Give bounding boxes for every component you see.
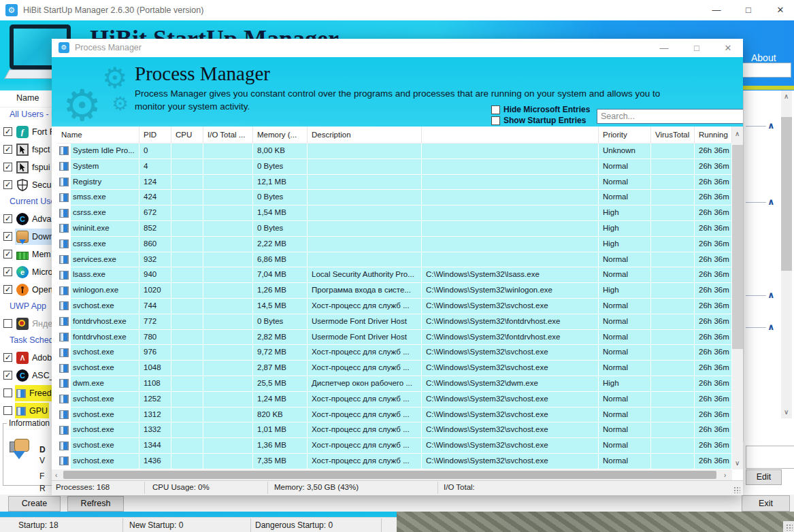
column-header-path[interactable] xyxy=(422,127,599,144)
column-header-running[interactable]: Running xyxy=(695,127,732,144)
startup-item-checkbox[interactable]: ✓ xyxy=(3,371,12,380)
column-header-name[interactable]: Name xyxy=(57,127,139,144)
screen: ⚙ HiBit StartUp Manager 2.6.30 (Portable… xyxy=(0,0,794,532)
process-row[interactable]: lsass.exe9407,04 MBLocal Security Author… xyxy=(57,267,732,283)
process-priority: High xyxy=(599,221,651,237)
collapse-chevron-icon[interactable]: ∧ xyxy=(767,120,775,131)
menu-about[interactable]: About xyxy=(751,52,776,63)
show-startup-checkbox[interactable] xyxy=(491,116,500,125)
hide-microsoft-checkbox[interactable] xyxy=(491,105,500,114)
process-row[interactable]: smss.exe4240 BytesNormal26h 36m xyxy=(57,190,732,205)
scroll-down-icon[interactable]: ∨ xyxy=(784,408,789,416)
startup-item-checkbox[interactable] xyxy=(3,406,12,415)
dialog-resize-grip[interactable] xyxy=(733,486,740,493)
main-scrollbar-thumb[interactable] xyxy=(781,117,792,271)
process-row[interactable]: services.exe9326,86 MBNormal26h 36m xyxy=(57,252,732,268)
startup-item-checkbox[interactable]: ✓ xyxy=(3,285,12,294)
process-io xyxy=(203,267,253,283)
filter-input-right-part[interactable] xyxy=(738,63,791,78)
startup-item-checkbox[interactable]: ✓ xyxy=(3,127,12,136)
process-priority: Unknown xyxy=(599,144,651,159)
startup-item-checkbox[interactable] xyxy=(3,319,12,328)
asc-icon: C xyxy=(16,369,29,382)
startup-item-checkbox[interactable] xyxy=(3,388,12,397)
process-row[interactable]: fontdrvhost.exe7720 BytesUsermode Font D… xyxy=(57,314,732,330)
dialog-minimize-button[interactable]: — xyxy=(650,39,678,57)
process-row[interactable]: System Idle Pro...08,00 KBUnknown26h 36m xyxy=(57,144,732,159)
startup-item-checkbox[interactable]: ✓ xyxy=(3,145,12,154)
process-pid: 672 xyxy=(139,205,171,221)
table-hscroll-thumb[interactable] xyxy=(63,471,716,479)
column-header-virustotal[interactable]: VirusTotal xyxy=(651,127,695,144)
column-header-description[interactable]: Description xyxy=(308,127,422,144)
close-button[interactable]: ✕ xyxy=(767,0,794,20)
collapse-chevron-icon[interactable]: ∧ xyxy=(767,290,775,300)
process-row[interactable]: svchost.exe13441,36 MBХост-процесс для с… xyxy=(57,438,732,454)
maximize-button[interactable]: □ xyxy=(735,0,762,20)
process-row[interactable]: svchost.exe1312820 KBХост-процесс для сл… xyxy=(57,408,732,423)
process-name: dwm.exe xyxy=(71,376,139,391)
process-cpu xyxy=(171,221,203,237)
column-header-priority[interactable]: Priority xyxy=(599,127,651,144)
process-row[interactable]: dwm.exe110825,5 MBДиспетчер окон рабочег… xyxy=(57,376,732,392)
process-memory: 25,5 MB xyxy=(253,376,308,392)
collapse-chevron-icon[interactable]: ∧ xyxy=(767,197,775,207)
column-header-cpu[interactable]: CPU xyxy=(171,127,203,144)
process-running-time: 26h 36m xyxy=(695,454,732,469)
process-row[interactable]: svchost.exe14367,35 MBХост-процесс для с… xyxy=(57,454,732,469)
process-name: fontdrvhost.exe xyxy=(71,330,139,345)
process-path xyxy=(422,252,599,268)
refresh-button[interactable]: Refresh xyxy=(67,496,124,512)
edit-button[interactable]: Edit xyxy=(746,469,782,485)
process-priority: Normal xyxy=(599,175,651,190)
process-row[interactable]: svchost.exe74414,5 MBХост-процесс для сл… xyxy=(57,299,732,314)
dialog-close-button[interactable]: ✕ xyxy=(714,39,742,57)
information-label: Information xyxy=(7,418,52,428)
process-row[interactable]: Registry12412,1 MBNormal26h 36m xyxy=(57,175,732,190)
startup-item-checkbox[interactable]: ✓ xyxy=(3,232,12,241)
process-row[interactable]: wininit.exe8520 BytesHigh26h 36m xyxy=(57,221,732,237)
table-scroll-down-icon[interactable]: ∨ xyxy=(735,459,740,467)
exit-button[interactable]: Exit xyxy=(742,495,790,512)
table-scroll-right-icon[interactable]: › xyxy=(724,471,726,479)
edge-icon: e xyxy=(16,266,29,278)
table-scroll-left-icon[interactable]: ‹ xyxy=(55,471,57,479)
process-path: C:\Windows\System32\svchost.exe xyxy=(422,345,599,361)
process-row[interactable]: svchost.exe9769,72 MBХост-процесс для сл… xyxy=(57,345,732,361)
column-header-i-o-total[interactable]: I/O Total ... xyxy=(203,127,253,144)
dialog-maximize-button[interactable]: □ xyxy=(682,39,711,57)
process-row[interactable]: svchost.exe12521,24 MBХост-процесс для с… xyxy=(57,392,732,408)
process-row[interactable]: winlogon.exe10201,26 MBПрограмма входа в… xyxy=(57,283,732,299)
column-header-memory[interactable]: Memory (... xyxy=(253,127,308,144)
process-manager-dialog: ⚙ Process Manager — □ ✕ ⚙ ⚙ ⚙ Process Ma… xyxy=(52,39,743,495)
table-scroll-up-icon[interactable]: ∧ xyxy=(735,130,740,137)
process-row[interactable]: csrss.exe8602,22 MBHigh26h 36m xyxy=(57,237,732,252)
process-row[interactable]: fontdrvhost.exe7802,82 MBUsermode Font D… xyxy=(57,330,732,346)
scroll-up-icon[interactable]: ∧ xyxy=(784,93,789,100)
startup-item-checkbox[interactable]: ✓ xyxy=(3,180,12,189)
collapse-chevron-icon[interactable]: ∧ xyxy=(767,322,775,332)
process-description: Хост-процесс для служб ... xyxy=(308,345,422,361)
search-input[interactable] xyxy=(597,109,743,124)
minimize-button[interactable]: — xyxy=(703,0,730,20)
table-vscroll-thumb[interactable] xyxy=(732,145,743,349)
startup-item-checkbox[interactable]: ✓ xyxy=(3,163,12,171)
resize-grip[interactable] xyxy=(783,521,794,532)
startup-item-checkbox[interactable]: ✓ xyxy=(3,267,12,276)
startup-item-checkbox[interactable]: ✓ xyxy=(3,250,12,259)
startup-item-checkbox[interactable]: ✓ xyxy=(3,214,12,223)
process-table-header[interactable]: NamePIDCPUI/O Total ...Memory (...Descri… xyxy=(57,127,732,144)
process-row[interactable]: svchost.exe13321,01 MBХост-процесс для с… xyxy=(57,422,732,438)
process-description: Программа входа в систе... xyxy=(308,283,422,299)
create-button[interactable]: Create xyxy=(8,496,61,512)
process-priority: Normal xyxy=(599,159,651,175)
process-path: C:\Windows\System32\dwm.exe xyxy=(422,376,599,392)
process-row[interactable]: csrss.exe6721,54 MBHigh26h 36m xyxy=(57,205,732,221)
process-pid: 1020 xyxy=(139,283,171,299)
startup-item-checkbox[interactable]: ✓ xyxy=(3,353,12,362)
process-row[interactable]: svchost.exe10482,87 MBХост-процесс для с… xyxy=(57,361,732,376)
dangerous-startup-count: Dangerous Startup: 0 xyxy=(255,520,333,530)
process-table: System Idle Pro...08,00 KBUnknown26h 36m… xyxy=(57,144,732,469)
process-row[interactable]: System40 BytesNormal26h 36m xyxy=(57,159,732,175)
column-header-pid[interactable]: PID xyxy=(139,127,171,144)
